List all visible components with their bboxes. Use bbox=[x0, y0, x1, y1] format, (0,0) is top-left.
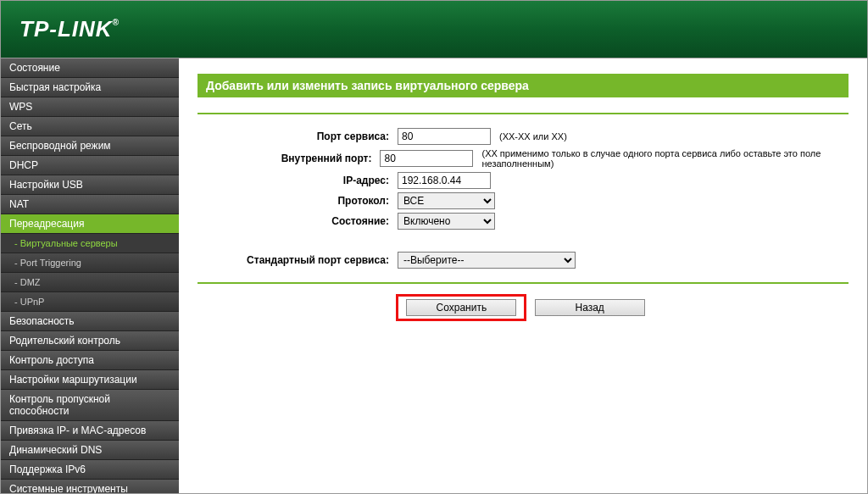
nav-sub-item[interactable]: - Port Triggering bbox=[1, 253, 179, 273]
input-ip[interactable] bbox=[398, 172, 491, 189]
nav-sub-item[interactable]: - DMZ bbox=[1, 273, 179, 292]
row-std-port: Стандартный порт сервиса: --Выберите-- bbox=[198, 252, 849, 269]
nav-sub-item[interactable]: - UPnP bbox=[1, 292, 179, 312]
panel: Добавить или изменить запись виртуальног… bbox=[198, 74, 849, 321]
select-state[interactable]: Включено bbox=[398, 213, 495, 230]
row-protocol: Протокол: ВСЕ bbox=[198, 192, 849, 209]
nav-item[interactable]: Настройки маршрутизации bbox=[1, 370, 179, 390]
nav-item[interactable]: Контроль пропускной способности bbox=[1, 390, 179, 421]
nav-item[interactable]: Настройки USB bbox=[1, 175, 179, 195]
nav-item[interactable]: DHCP bbox=[1, 156, 179, 175]
panel-title: Добавить или изменить запись виртуальног… bbox=[198, 74, 849, 97]
row-service-port: Порт сервиса: (XX-XX или XX) bbox=[198, 128, 849, 145]
label-state: Состояние: bbox=[198, 215, 398, 227]
label-protocol: Протокол: bbox=[198, 195, 398, 207]
back-button[interactable]: Назад bbox=[535, 299, 645, 316]
nav-item[interactable]: Системные инструменты bbox=[1, 480, 179, 494]
nav-item[interactable]: Быстрая настройка bbox=[1, 78, 179, 97]
nav-item[interactable]: WPS bbox=[1, 97, 179, 117]
label-std-port: Стандартный порт сервиса: bbox=[198, 254, 398, 266]
brand-logo: TP-LINK® bbox=[19, 16, 120, 42]
nav-item[interactable]: Беспроводной режим bbox=[1, 136, 179, 156]
nav-item[interactable]: NAT bbox=[1, 195, 179, 214]
hint-service-port: (XX-XX или XX) bbox=[499, 131, 567, 142]
nav-item[interactable]: Родительский контроль bbox=[1, 331, 179, 351]
nav-item[interactable]: Переадресация bbox=[1, 214, 179, 234]
input-internal-port[interactable] bbox=[380, 150, 473, 167]
button-row: Сохранить Назад bbox=[198, 294, 849, 321]
sidebar: СостояниеБыстрая настройкаWPSСетьБеспров… bbox=[1, 58, 179, 493]
label-ip: IP-адрес: bbox=[198, 175, 398, 186]
select-protocol[interactable]: ВСЕ bbox=[398, 192, 495, 209]
row-state: Состояние: Включено bbox=[198, 213, 849, 230]
save-button[interactable]: Сохранить bbox=[406, 299, 516, 316]
nav-item[interactable]: Сеть bbox=[1, 117, 179, 136]
header: TP-LINK® bbox=[1, 1, 867, 58]
nav-item[interactable]: Поддержка IPv6 bbox=[1, 460, 179, 480]
save-highlight: Сохранить bbox=[396, 294, 526, 321]
row-ip: IP-адрес: bbox=[198, 172, 849, 189]
label-service-port: Порт сервиса: bbox=[198, 130, 398, 142]
nav-sub-item[interactable]: - Виртуальные серверы bbox=[1, 234, 179, 253]
panel-body: Порт сервиса: (XX-XX или XX) Внутренний … bbox=[198, 113, 849, 321]
row-internal-port: Внутренний порт: (XX применимо только в … bbox=[198, 148, 849, 169]
nav-item[interactable]: Контроль доступа bbox=[1, 351, 179, 370]
hint-internal-port: (XX применимо только в случае одного пор… bbox=[481, 148, 849, 169]
divider bbox=[198, 282, 849, 284]
content: Добавить или изменить запись виртуальног… bbox=[179, 58, 867, 493]
label-internal-port: Внутренний порт: bbox=[198, 153, 380, 164]
input-service-port[interactable] bbox=[398, 128, 491, 145]
select-std-port[interactable]: --Выберите-- bbox=[398, 252, 576, 269]
nav-item[interactable]: Динамический DNS bbox=[1, 441, 179, 460]
nav-item[interactable]: Безопасность bbox=[1, 312, 179, 331]
nav-item[interactable]: Привязка IP- и MAC-адресов bbox=[1, 421, 179, 441]
nav-item[interactable]: Состояние bbox=[1, 58, 179, 78]
